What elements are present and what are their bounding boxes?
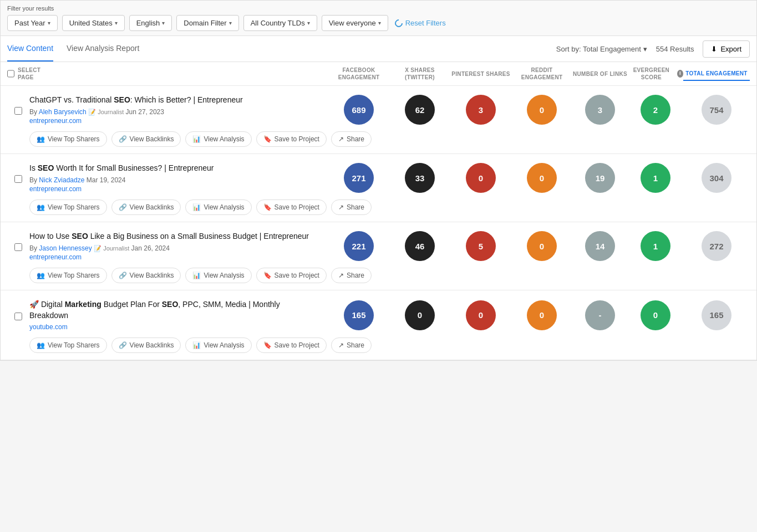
links-circle: 19	[585, 163, 615, 193]
chevron-down-icon: ▾	[307, 20, 310, 26]
action-save-to-project[interactable]: 🔖 Save to Project	[256, 268, 327, 283]
action-label: View Top Sharers	[48, 135, 100, 143]
results-count: 554 Results	[656, 45, 694, 53]
country-filter[interactable]: United States ▾	[62, 15, 125, 31]
facebook-circle: 271	[344, 163, 374, 193]
row-inner: Is SEO Worth It for Small Businesses? | …	[7, 163, 750, 193]
evergreen-metric: 2	[628, 95, 683, 125]
pinterest-circle: 5	[466, 231, 496, 261]
action-label: View Analysis	[204, 135, 244, 143]
tld-filter[interactable]: All Country TLDs ▾	[243, 15, 317, 31]
table-row: ChatGPT vs. Traditional SEO: Which is Be…	[1, 86, 756, 154]
sort-selector[interactable]: Sort by: Total Engagement ▾ 554 Results	[556, 45, 694, 53]
evergreen-info-icon[interactable]: i	[677, 70, 683, 78]
action-label: Share	[347, 341, 364, 349]
author-link[interactable]: Nick Zviadadze	[39, 176, 84, 184]
action-view-backlinks[interactable]: 🔗 View Backlinks	[111, 337, 181, 353]
reset-icon	[393, 18, 404, 29]
pinterest-metric: 0	[450, 163, 511, 193]
action-view-analysis[interactable]: 📊 View Analysis	[185, 268, 251, 283]
action-view-top-sharers[interactable]: 👥 View Top Sharers	[29, 131, 107, 147]
view-filter[interactable]: View everyone ▾	[322, 15, 388, 31]
total-metric: 165	[683, 300, 750, 330]
action-save-to-project[interactable]: 🔖 Save to Project	[256, 131, 327, 147]
action-icon: 🔖	[263, 272, 272, 279]
time-filter-label: Past Year	[14, 19, 45, 27]
action-view-backlinks[interactable]: 🔗 View Backlinks	[111, 131, 181, 147]
reset-filters-button[interactable]: Reset Filters	[395, 19, 446, 27]
row-checkbox-4[interactable]	[14, 313, 22, 320]
evergreen-circle: 1	[641, 231, 670, 261]
view-filter-label: View everyone	[329, 19, 376, 27]
action-view-top-sharers[interactable]: 👥 View Top Sharers	[29, 337, 107, 353]
action-view-analysis[interactable]: 📊 View Analysis	[185, 131, 251, 147]
tabs-row: View Content View Analysis Report Sort b…	[1, 36, 756, 62]
action-view-backlinks[interactable]: 🔗 View Backlinks	[111, 200, 181, 215]
xshares-metric: 0	[389, 300, 450, 330]
chevron-down-icon: ▾	[643, 45, 647, 53]
action-label: Save to Project	[275, 203, 319, 211]
action-row: 👥 View Top Sharers 🔗 View Backlinks 📊 Vi…	[7, 200, 750, 215]
action-share[interactable]: ↗ Share	[331, 337, 372, 353]
action-share[interactable]: ↗ Share	[331, 200, 372, 215]
action-view-analysis[interactable]: 📊 View Analysis	[185, 337, 251, 353]
row-inner: ChatGPT vs. Traditional SEO: Which is Be…	[7, 95, 750, 125]
time-filter[interactable]: Past Year ▾	[7, 15, 58, 31]
action-save-to-project[interactable]: 🔖 Save to Project	[256, 337, 327, 353]
author-link[interactable]: Aleh Barysevich	[39, 108, 87, 116]
action-label: Share	[347, 135, 364, 143]
action-icon: 📊	[192, 203, 201, 211]
links-metric: 3	[572, 95, 628, 125]
language-filter[interactable]: English ▾	[129, 15, 172, 31]
row-checkbox-3[interactable]	[14, 243, 22, 251]
action-label: Save to Project	[275, 341, 319, 349]
action-view-top-sharers[interactable]: 👥 View Top Sharers	[29, 200, 107, 215]
action-share[interactable]: ↗ Share	[331, 131, 372, 147]
action-icon: 🔖	[263, 341, 272, 349]
tab-view-content[interactable]: View Content	[7, 36, 53, 62]
tab-view-analysis[interactable]: View Analysis Report	[67, 36, 139, 62]
evergreen-metric: 1	[628, 163, 683, 193]
pinterest-metric: 0	[450, 300, 511, 330]
journalist-badge: 📝 Journalist	[94, 245, 129, 252]
action-label: View Top Sharers	[48, 272, 100, 279]
pinterest-circle: 3	[466, 95, 496, 125]
row-checkbox-1[interactable]	[14, 107, 22, 115]
action-view-top-sharers[interactable]: 👥 View Top Sharers	[29, 268, 107, 283]
reddit-circle: 0	[527, 95, 557, 125]
article-domain: youtube.com	[29, 323, 319, 331]
country-filter-label: United States	[69, 19, 113, 27]
action-label: View Backlinks	[130, 203, 174, 211]
action-view-backlinks[interactable]: 🔗 View Backlinks	[111, 268, 181, 283]
links-circle: 14	[585, 231, 615, 261]
action-label: View Analysis	[204, 272, 244, 279]
action-icon: ↗	[338, 341, 344, 349]
action-save-to-project[interactable]: 🔖 Save to Project	[256, 200, 327, 215]
action-icon: 🔖	[263, 135, 272, 143]
action-icon: ↗	[338, 135, 344, 143]
action-share[interactable]: ↗ Share	[331, 268, 372, 283]
action-label: View Analysis	[204, 341, 244, 349]
author-link[interactable]: Jason Hennessey	[39, 244, 92, 252]
links-circle: 3	[585, 95, 615, 125]
domain-filter[interactable]: Domain Filter ▾	[176, 15, 238, 31]
th-facebook: Facebook Engagement	[328, 66, 389, 81]
export-button[interactable]: ⬇ Export	[703, 40, 750, 58]
table-row: Is SEO Worth It for Small Businesses? | …	[1, 154, 756, 222]
table-row: How to Use SEO Like a Big Business on a …	[1, 222, 756, 290]
th-links: Number of Links	[572, 66, 628, 81]
row-checkbox-2[interactable]	[14, 175, 22, 183]
xshares-circle: 0	[405, 300, 435, 330]
action-row: 👥 View Top Sharers 🔗 View Backlinks 📊 Vi…	[7, 131, 750, 147]
xshares-metric: 62	[389, 95, 450, 125]
article-meta: By Nick Zviadadze Mar 19, 2024	[29, 176, 319, 184]
action-label: View Top Sharers	[48, 203, 100, 211]
action-icon: 👥	[37, 272, 45, 279]
tld-filter-label: All Country TLDs	[251, 19, 305, 27]
download-icon: ⬇	[711, 45, 717, 53]
action-view-analysis[interactable]: 📊 View Analysis	[185, 200, 251, 215]
select-all-checkbox[interactable]	[7, 70, 14, 78]
action-icon: ↗	[338, 272, 344, 279]
main-container: Filter your results Past Year ▾ United S…	[0, 0, 757, 361]
checkbox-cell	[7, 105, 29, 115]
